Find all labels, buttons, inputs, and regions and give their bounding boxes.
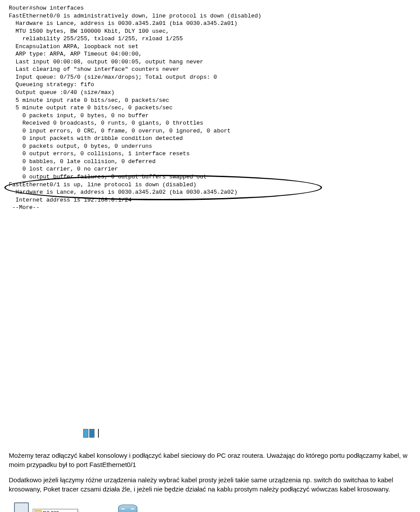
menu-item-label: RS 232 <box>43 510 59 512</box>
taskbar-icon <box>89 429 94 438</box>
device-router-1: 1841 Router0 <box>118 505 137 512</box>
taskbar-divider <box>98 429 99 438</box>
router-cli-output: Router#show interfaces FastEthernet0/0 i… <box>9 4 411 426</box>
network-diagrams: PC PC RS 232 FastEthernet0 1841 Router0 … <box>9 502 411 512</box>
document-body: Możemy teraz odłączyć kabel konsolowy i … <box>9 451 411 494</box>
pc-icon <box>13 502 30 512</box>
port-icon <box>35 510 42 512</box>
taskbar-fragment <box>83 429 411 438</box>
router-icon <box>118 505 137 512</box>
taskbar-icon <box>83 429 88 438</box>
paragraph-1: Możemy teraz odłączyć kabel konsolowy i … <box>9 451 411 469</box>
menu-item-rs232[interactable]: RS 232 <box>33 509 77 512</box>
port-menu-pc[interactable]: RS 232 FastEthernet0 <box>33 509 78 512</box>
device-pc-1: PC PC <box>13 502 30 512</box>
paragraph-2: Dodatkowo jeżeli łączymy różne urządzeni… <box>9 475 411 494</box>
